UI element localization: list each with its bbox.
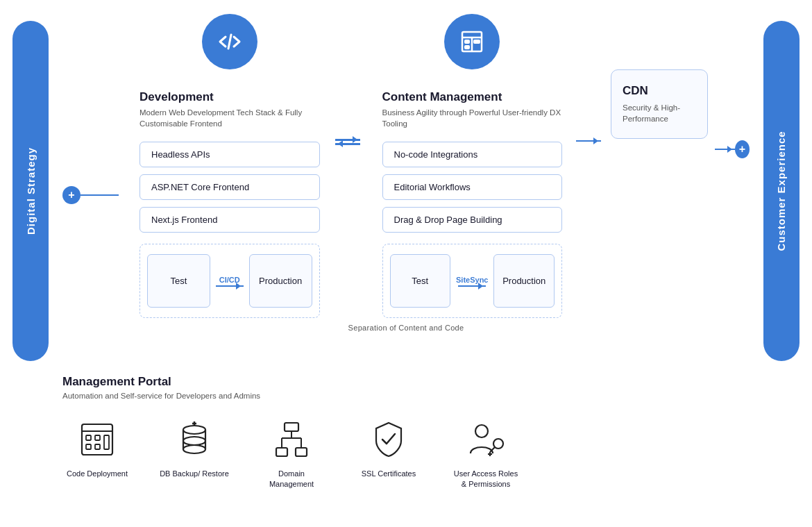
- portal-icon-label-1: DB Backup/ Restore: [160, 469, 229, 479]
- right-arrow-circle: +: [735, 140, 750, 158]
- portal-icon-user-access: User Access Roles & Permissions: [451, 417, 521, 490]
- left-horizontal-line: [81, 194, 119, 196]
- svg-point-31: [475, 425, 488, 437]
- cms-column: Content Management Business Agility thro…: [362, 14, 577, 318]
- dev-test-box: Test: [147, 254, 210, 308]
- cms-cdn-connector: [576, 140, 604, 142]
- portal-section: Management Portal Automation and Self-se…: [62, 375, 750, 527]
- portal-icon-label-2: Domain Management: [257, 469, 326, 490]
- right-sidebar-label: Customer Experience: [776, 131, 788, 251]
- svg-point-32: [493, 439, 503, 449]
- svg-rect-25: [276, 448, 287, 456]
- svg-rect-14: [104, 435, 109, 449]
- svg-rect-10: [86, 435, 91, 440]
- portal-subtitle: Automation and Self-service for Develope…: [62, 392, 750, 400]
- db-backup-svg: [174, 419, 215, 460]
- dev-feature-3: Next.js Frontend: [139, 207, 320, 233]
- cms-arrow-line: [458, 285, 486, 287]
- svg-rect-11: [95, 435, 100, 440]
- ssl-svg: [368, 419, 409, 460]
- svg-rect-5: [465, 40, 469, 43]
- code-deployment-svg: [76, 419, 118, 460]
- cms-env-row: Test SiteSync Production: [382, 244, 563, 318]
- dev-column: Development Modern Web Development Tech …: [119, 14, 334, 318]
- main-container: Digital Strategy Customer Experience +: [0, 0, 812, 527]
- cdn-subtitle: Security & High-Performance: [623, 102, 696, 124]
- dev-production-box: Production: [249, 254, 312, 308]
- portal-icon-label-0: Code Deployment: [67, 469, 128, 479]
- dev-subtitle: Modern Web Development Tech Stack & Full…: [139, 107, 320, 129]
- dev-title: Development: [139, 90, 320, 104]
- svg-rect-13: [95, 444, 100, 449]
- user-access-icon: [464, 417, 509, 462]
- code-deployment-icon: [75, 417, 120, 462]
- code-icon: [216, 28, 244, 56]
- portal-icon-code-deployment: Code Deployment: [62, 417, 132, 479]
- ssl-icon: [366, 417, 412, 462]
- left-sidebar-label: Digital Strategy: [25, 147, 37, 235]
- cms-icon: [458, 28, 486, 56]
- cdn-title: CDN: [623, 84, 696, 98]
- cms-pipeline-arrow: SiteSync: [456, 276, 488, 287]
- cms-title: Content Management: [382, 90, 563, 104]
- domain-icon: [269, 417, 314, 462]
- cms-test-box: Test: [390, 254, 451, 308]
- dev-feature-2: ASP.NET Core Frontend: [139, 174, 320, 200]
- portal-icons: Code Deployment: [62, 417, 750, 490]
- cms-icon-circle: [444, 14, 500, 69]
- dev-icon-circle: [202, 14, 257, 69]
- svg-rect-7: [465, 46, 469, 49]
- cdn-right-connector: +: [715, 140, 750, 158]
- left-arrow-area: +: [62, 186, 119, 204]
- dev-env-row: Test CI/CD Production: [139, 244, 320, 318]
- cdn-right-line: [715, 149, 735, 150]
- left-sidebar-bar: Digital Strategy: [12, 21, 49, 361]
- content-area: + Development Modern Web Develop: [62, 14, 750, 353]
- cms-subtitle: Business Agility through Powerful User-f…: [382, 107, 563, 129]
- dev-arrow-line: [216, 285, 244, 287]
- cms-feature-1: No-code Integrations: [382, 142, 563, 167]
- cms-feature-2: Editorial Workflows: [382, 174, 563, 200]
- svg-rect-26: [296, 448, 307, 456]
- portal-icon-label-3: SSL Certificates: [362, 469, 416, 479]
- svg-rect-6: [474, 40, 480, 43]
- top-row: + Development Modern Web Develop: [62, 14, 750, 318]
- svg-rect-12: [86, 444, 91, 449]
- cms-cdn-arrow-line: [576, 140, 601, 142]
- double-arrow: [335, 139, 360, 145]
- domain-svg: [271, 419, 312, 460]
- left-arrow-circle: +: [62, 186, 81, 204]
- portal-icon-db-backup: DB Backup/ Restore: [160, 417, 229, 479]
- portal-icon-domain: Domain Management: [257, 417, 326, 490]
- dev-feature-1: Headless APIs: [139, 142, 320, 167]
- svg-point-18: [183, 437, 205, 445]
- portal-icon-label-4: User Access Roles & Permissions: [451, 469, 521, 490]
- svg-rect-24: [285, 423, 298, 431]
- separation-text: Separation of Content and Code: [62, 324, 750, 353]
- arrow-left: [335, 143, 360, 145]
- dev-pipeline-arrow: CI/CD: [216, 276, 244, 287]
- svg-point-15: [183, 426, 205, 434]
- right-sidebar-bar: Customer Experience: [763, 21, 800, 361]
- user-access-svg: [465, 419, 507, 460]
- svg-point-21: [183, 445, 205, 453]
- cms-feature-3: Drag & Drop Page Building: [382, 207, 563, 233]
- svg-line-0: [228, 35, 231, 49]
- db-backup-icon: [172, 417, 217, 462]
- cdn-column: CDN Security & High-Performance: [604, 69, 715, 139]
- portal-icon-ssl: SSL Certificates: [354, 417, 423, 479]
- portal-title: Management Portal: [62, 375, 750, 389]
- dev-cms-connector: [334, 14, 362, 145]
- cdn-box: CDN Security & High-Performance: [611, 69, 708, 139]
- cms-production-box: Production: [493, 254, 555, 308]
